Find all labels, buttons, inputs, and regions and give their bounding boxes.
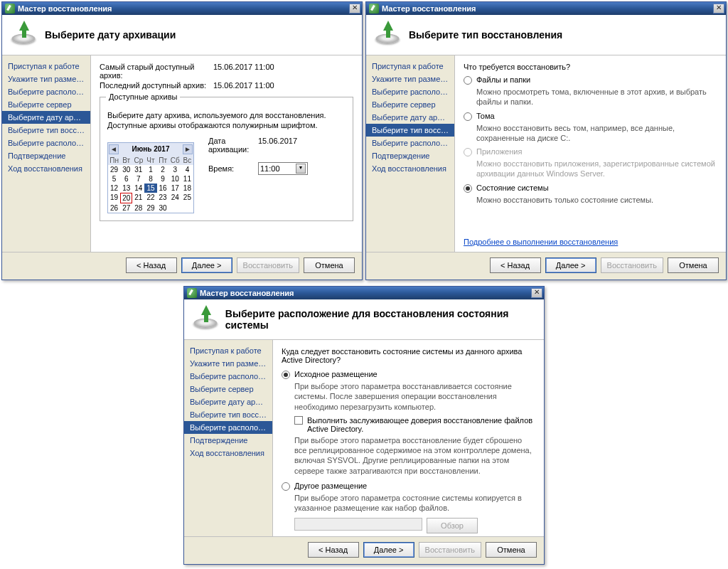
sidebar-item[interactable]: Выберите располож... xyxy=(366,137,454,149)
titlebar[interactable]: Мастер восстановления ✕ xyxy=(366,2,726,15)
sidebar-item[interactable]: Выберите располож... xyxy=(2,137,90,149)
sidebar-item[interactable]: Выберите располож... xyxy=(2,85,90,98)
cal-day[interactable]: 16 xyxy=(157,184,169,193)
sidebar-item[interactable]: Выберите располож... xyxy=(184,370,272,383)
cal-day[interactable]: 11 xyxy=(181,174,193,184)
sidebar-item[interactable]: Выберите сервер xyxy=(366,98,454,111)
back-button[interactable]: < Назад xyxy=(490,257,541,273)
cal-day[interactable]: 9 xyxy=(157,174,169,184)
cal-day[interactable]: 30 xyxy=(157,203,169,213)
cal-day[interactable]: 30 xyxy=(120,165,132,174)
next-button[interactable]: Далее > xyxy=(363,542,414,558)
sidebar-item[interactable]: Выберите сервер xyxy=(184,383,272,395)
sidebar-item[interactable]: Укажите тип размещ... xyxy=(2,73,90,85)
cancel-button[interactable]: Отмена xyxy=(304,257,355,273)
header: Выберите тип восстановления xyxy=(366,15,726,55)
sidebar-item[interactable]: Выберите тип восста... xyxy=(2,124,90,137)
calendar[interactable]: ◄ Июнь 2017 ► ПнВтСрЧтПтСбВс 29303112345… xyxy=(107,142,194,213)
cal-day[interactable]: 20 xyxy=(120,193,132,203)
sidebar-item[interactable]: Укажите тип размещ... xyxy=(184,357,272,370)
sidebar-item[interactable]: Подтверждение xyxy=(184,434,272,447)
cal-day[interactable]: 22 xyxy=(144,193,156,203)
cal-day[interactable]: 29 xyxy=(144,203,156,213)
cal-day[interactable]: 25 xyxy=(181,193,193,203)
cal-day[interactable]: 14 xyxy=(132,184,144,193)
sidebar-item[interactable]: Выберите располож... xyxy=(184,421,272,434)
window-title: Мастер восстановления xyxy=(200,289,531,297)
restore-button: Восстановить xyxy=(601,257,663,273)
cal-month: Июнь 2017 xyxy=(119,145,182,153)
sidebar-item[interactable]: Приступая к работе xyxy=(366,60,454,73)
sidebar-item[interactable]: Ход восстановления xyxy=(2,162,90,175)
cal-day[interactable]: 27 xyxy=(120,203,132,213)
content: Куда следует восстановить состояние сист… xyxy=(272,340,544,536)
footer: < Назад Далее > Восстановить Отмена xyxy=(366,252,726,277)
checkbox-authoritative[interactable] xyxy=(294,416,303,425)
sidebar-item[interactable]: Выберите тип восста... xyxy=(184,408,272,421)
sidebar-item[interactable]: Приступая к работе xyxy=(184,344,272,357)
close-button[interactable]: ✕ xyxy=(349,4,360,14)
sidebar-item[interactable]: Приступая к работе xyxy=(2,60,90,73)
cal-day[interactable]: 6 xyxy=(120,174,132,184)
radio-files[interactable] xyxy=(464,76,472,85)
cal-day[interactable]: 15 xyxy=(144,184,156,193)
sidebar-item[interactable]: Выберите сервер xyxy=(2,98,90,111)
cal-day[interactable]: 24 xyxy=(169,193,181,203)
sidebar-item[interactable]: Выберите дату архив... xyxy=(366,111,454,124)
cal-day[interactable]: 1 xyxy=(144,165,156,174)
cal-day[interactable]: 18 xyxy=(181,184,193,193)
next-button[interactable]: Далее > xyxy=(181,257,232,273)
newest-archive-label: Последний доступный архив: xyxy=(100,81,213,90)
cal-day[interactable]: 7 xyxy=(132,174,144,184)
radio-volumes[interactable] xyxy=(464,112,472,121)
opt1-desc2: При выборе этого параметра восстановлени… xyxy=(294,435,535,476)
time-dropdown[interactable]: 11:00▼ xyxy=(258,162,308,175)
cal-day[interactable]: 12 xyxy=(108,184,120,193)
cal-day[interactable]: 23 xyxy=(157,193,169,203)
back-button[interactable]: < Назад xyxy=(308,542,359,558)
cal-day[interactable]: 28 xyxy=(132,203,144,213)
sidebar-item[interactable]: Подтверждение xyxy=(2,149,90,162)
learn-more-link[interactable]: Подробнее о выполнении восстановления xyxy=(464,238,618,246)
radio-system-state[interactable] xyxy=(464,184,472,193)
sidebar-item[interactable]: Выберите дату архив... xyxy=(2,111,90,124)
cal-day[interactable]: 10 xyxy=(169,174,181,184)
sidebar-item[interactable]: Подтверждение xyxy=(366,149,454,162)
cancel-button[interactable]: Отмена xyxy=(486,542,537,558)
sidebar-item[interactable]: Выберите тип восста... xyxy=(366,124,454,137)
sidebar-item[interactable]: Ход восстановления xyxy=(184,447,272,459)
opt-system-desc: Можно восстановить только состояние сист… xyxy=(476,195,717,205)
sidebar-item[interactable]: Выберите располож... xyxy=(366,85,454,98)
sidebar-item[interactable]: Выберите дату архив... xyxy=(184,395,272,408)
cal-day[interactable]: 13 xyxy=(120,184,132,193)
close-button[interactable]: ✕ xyxy=(713,4,724,14)
titlebar[interactable]: Мастер восстановления ✕ xyxy=(184,287,544,299)
next-button[interactable]: Далее > xyxy=(545,257,596,273)
chevron-down-icon[interactable]: ▼ xyxy=(296,164,306,174)
header: Выберите дату архивации xyxy=(2,15,362,55)
cal-day[interactable]: 31 xyxy=(132,165,144,174)
cal-day[interactable]: 21 xyxy=(132,193,144,203)
cancel-button[interactable]: Отмена xyxy=(668,257,719,273)
cal-prev-icon[interactable]: ◄ xyxy=(109,144,119,154)
back-button[interactable]: < Назад xyxy=(126,257,177,273)
sidebar-item[interactable]: Укажите тип размещ... xyxy=(366,73,454,85)
cal-day[interactable]: 8 xyxy=(144,174,156,184)
cal-day[interactable]: 19 xyxy=(108,193,120,203)
radio-other-location[interactable] xyxy=(282,482,290,491)
cal-day[interactable]: 5 xyxy=(108,174,120,184)
cal-day[interactable]: 3 xyxy=(169,165,181,174)
opt-files-title: Файлы и папки xyxy=(476,75,530,84)
radio-original-location[interactable] xyxy=(282,371,290,379)
close-button[interactable]: ✕ xyxy=(531,288,542,298)
cal-day[interactable]: 26 xyxy=(108,203,120,213)
titlebar[interactable]: Мастер восстановления ✕ xyxy=(2,2,362,15)
sidebar-item[interactable]: Ход восстановления xyxy=(366,162,454,175)
cal-day[interactable]: 2 xyxy=(157,165,169,174)
cal-day[interactable]: 4 xyxy=(181,165,193,174)
cal-day[interactable]: 17 xyxy=(169,184,181,193)
app-icon xyxy=(5,4,15,14)
cal-next-icon[interactable]: ► xyxy=(183,144,193,154)
opt2-desc: При выборе этого параметра состояние сис… xyxy=(294,493,535,514)
cal-day[interactable]: 29 xyxy=(108,165,120,174)
